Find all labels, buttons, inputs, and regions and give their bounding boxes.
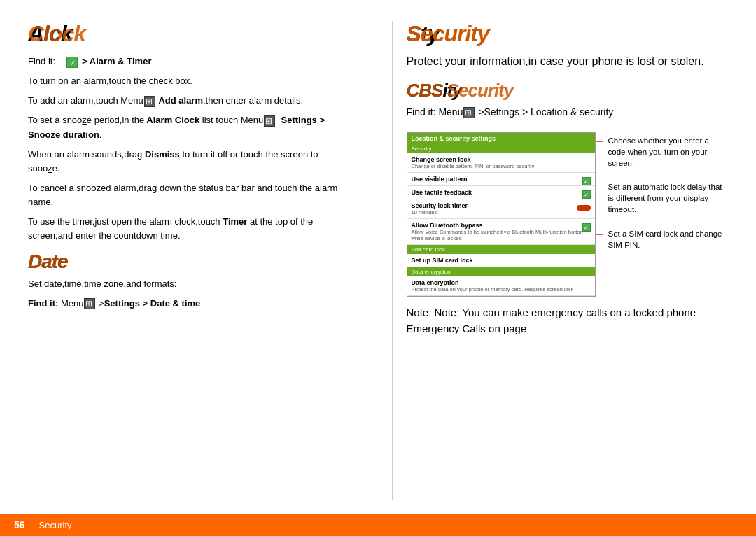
left-column: Alck Clock Find it: > Alarm & Timer To t…	[28, 21, 364, 500]
phone-item-sim-lock: Set up SIM card lock	[407, 254, 595, 267]
find-it-label: Find it:	[28, 56, 55, 66]
page-number: 56	[14, 519, 25, 530]
alarm-para-4: When an alarm sounds,drag Dismiss to tur…	[28, 148, 350, 176]
phone-item-bluetooth-bypass: Allow Bluetooth bypass Allow Voice Comma…	[407, 219, 595, 245]
phone-item-tactile-feedback: Use tactile feedback ✓	[407, 186, 595, 199]
date-find-it: Find it: Menu >Settings > Date & time	[28, 297, 350, 311]
phone-section-encryption: Data encryption	[407, 267, 595, 276]
alarm-para-3: To set a snooze period,in the Alarm Cloc…	[28, 113, 350, 141]
clock-find-it: Find it: > Alarm & Timer	[28, 55, 350, 69]
find-it-path: > Alarm & Timer	[82, 56, 151, 66]
security-title-block: Sty Security	[407, 21, 729, 48]
check-icon	[66, 57, 78, 68]
menu-icon-3	[84, 298, 95, 309]
annotation-2: Set an automatic lock delay that is diff…	[601, 181, 729, 215]
annotations-container: Choose whether you enter a code when you…	[601, 128, 729, 251]
right-column: Sty Security Protect your information,in…	[392, 21, 729, 500]
date-title-block: Date Date	[28, 251, 350, 274]
security-find-it: Find it: Menu >Settings > Location & sec…	[407, 105, 729, 120]
phone-item-security-lock-timer: Security lock timer 10 minutes	[407, 199, 595, 219]
emergency-note: Note: Note: You can make emergency calls…	[407, 305, 729, 337]
date-desc: Set date,time,time zone,and formats:	[28, 277, 350, 291]
alarm-para-2: To add an alarm,touch Menu Add alarm,the…	[28, 94, 350, 108]
phone-item-change-screen-lock: Change screen lock Change or disable pat…	[407, 153, 595, 173]
cbs-title-block: CBSity CBS Security	[407, 80, 729, 102]
bottom-bar: 56 Security	[0, 514, 756, 536]
page-label: Security	[39, 520, 72, 530]
phone-section-security: Security	[407, 144, 595, 153]
check-visible-pattern: ✓	[582, 177, 591, 185]
phone-screenshot: Location & security settings Security Ch…	[407, 132, 596, 297]
clock-title-overlay: Clock	[28, 21, 85, 47]
alarm-para-5: To cancel a snoozed alarm,drag down the …	[28, 181, 350, 209]
annotation-3: Set a SIM card lock and change SIM PIN.	[601, 228, 729, 251]
phone-section-sim: SIM card lock	[407, 245, 595, 254]
clock-title-block: Alck Clock	[28, 21, 350, 48]
alarm-para-1: To turn on an alarm,touch the check box.	[28, 74, 350, 88]
cbs-title-overlay: CBS Security	[407, 80, 514, 101]
check-bluetooth-bypass: ✓	[582, 223, 591, 232]
menu-icon-2	[264, 115, 275, 127]
security-title-overlay: Security	[407, 21, 489, 47]
menu-icon-4	[463, 107, 475, 118]
screenshot-section: Location & security settings Security Ch…	[407, 128, 729, 297]
phone-item-visible-pattern: Use visible pattern ✓	[407, 173, 595, 186]
date-title-overlay: Date	[28, 251, 68, 273]
check-tactile-feedback: ✓	[582, 190, 591, 199]
alarm-para-6: To use the timer,just open the alarm clo…	[28, 215, 350, 243]
phone-item-data-encryption: Data encryption Protect the data on your…	[407, 276, 595, 296]
phone-header: Location & security settings	[407, 133, 595, 144]
menu-icon-1	[144, 96, 155, 107]
toggle-security-lock	[577, 205, 591, 211]
annotation-1: Choose whether you enter a code when you…	[601, 135, 729, 169]
security-intro: Protect your information,in case your ph…	[407, 53, 729, 70]
